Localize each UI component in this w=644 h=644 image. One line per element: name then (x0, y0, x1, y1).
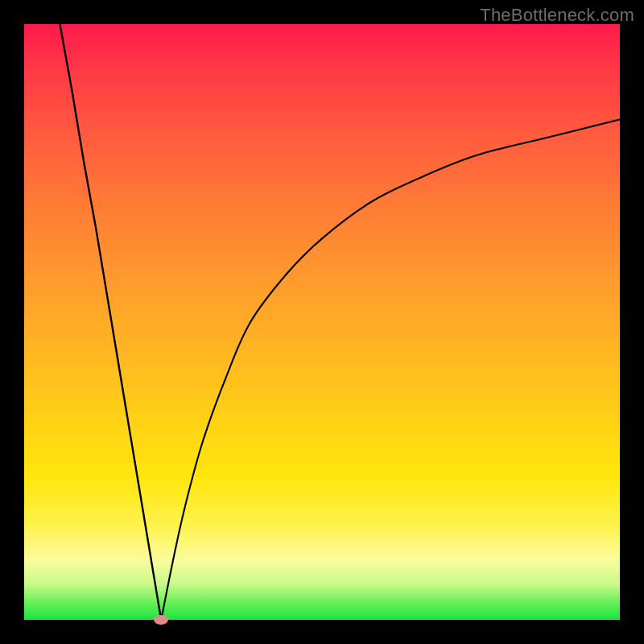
plot-area (24, 24, 620, 620)
watermark-text: TheBottleneck.com (480, 5, 634, 26)
curve-left-branch (60, 24, 161, 620)
curve-right-branch (161, 119, 620, 620)
bottleneck-curve (24, 24, 620, 620)
bottleneck-marker (154, 615, 168, 625)
chart-frame: TheBottleneck.com (0, 0, 644, 644)
